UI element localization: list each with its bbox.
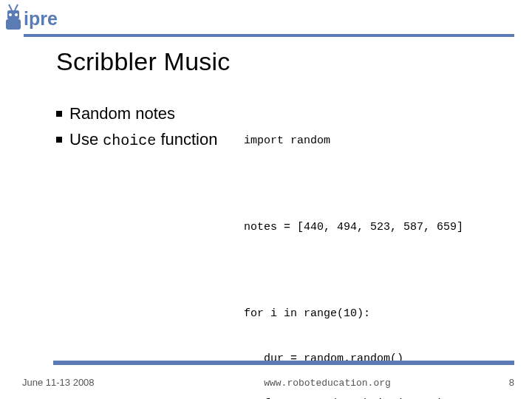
svg-line-0 [9,4,12,10]
code-line: notes = [440, 494, 523, 587, 659] [244,220,514,235]
robot-icon: ipre [4,3,71,33]
bullet-list: Random notes Use choice function [56,103,226,399]
code-line: for i in range(10): [244,307,514,321]
svg-point-5 [15,13,18,16]
footer-date: June 11-13 2008 [22,377,170,388]
bullet-text: Random notes [69,103,226,125]
footer: June 11-13 2008 www.roboteducation.org 8 [22,377,514,389]
bullet-pre: Use [69,130,103,149]
bullet-square-icon [56,137,62,143]
bullet-text: Use choice function [69,129,226,151]
top-divider [24,34,514,37]
code-line: freq = random.choice(notes) [244,397,514,400]
ipre-logo: ipre [4,3,71,33]
code-blank-line [244,265,514,277]
code-blank-line [244,178,514,190]
content-area: Random notes Use choice function import … [56,103,514,399]
svg-rect-3 [6,19,21,30]
page-number: 8 [485,377,514,388]
bullet-post: function [156,130,217,149]
slide: ipre Scribbler Music Random notes Use ch… [0,0,532,399]
logo-text: ipre [24,8,58,29]
bullet-mono: choice [103,132,156,149]
list-item: Random notes [56,103,226,125]
svg-point-4 [9,13,12,16]
slide-title: Scribbler Music [56,47,230,76]
footer-url: www.roboteducation.org [170,378,485,389]
bottom-divider [53,361,514,365]
code-block: import random notes = [440, 494, 523, 58… [244,103,514,399]
bullet-square-icon [56,111,62,117]
svg-line-1 [15,4,18,10]
bullet-pre: Random notes [69,104,175,123]
list-item: Use choice function [56,129,226,151]
code-line: import random [244,134,514,149]
